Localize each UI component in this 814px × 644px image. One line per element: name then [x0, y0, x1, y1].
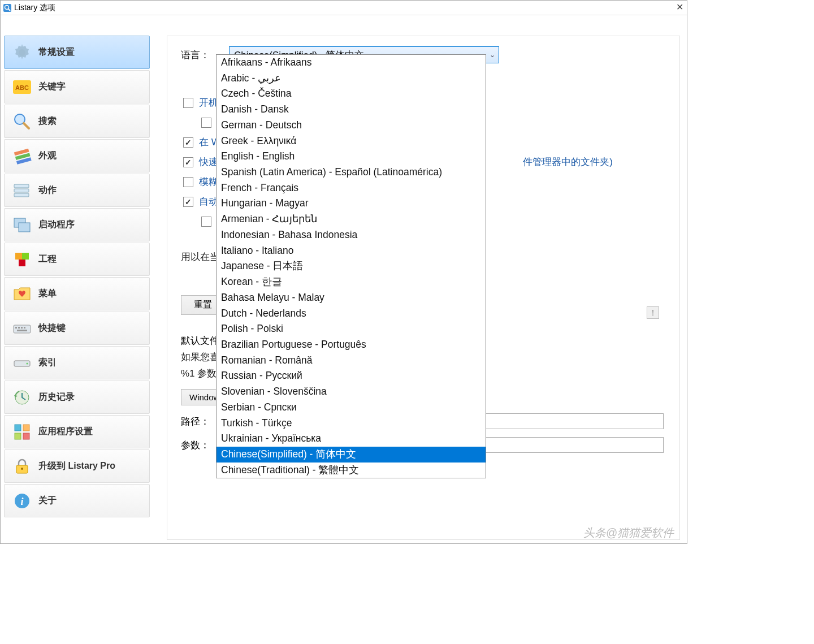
- sidebar-item-hotkeys[interactable]: 快捷键: [4, 312, 150, 345]
- svg-text:ABC: ABC: [15, 84, 29, 91]
- language-option[interactable]: Ukrainian - Українська: [217, 431, 486, 447]
- info-icon: i: [10, 489, 34, 513]
- language-option[interactable]: Turkish - Türkçe: [217, 416, 486, 431]
- svg-rect-31: [23, 433, 29, 439]
- abc-icon: ABC: [10, 75, 34, 99]
- svg-rect-28: [15, 425, 21, 431]
- svg-rect-13: [14, 193, 29, 197]
- sidebar-item-app-settings[interactable]: 应用程序设置: [4, 415, 150, 448]
- language-option[interactable]: French - Français: [217, 180, 486, 196]
- drive-icon: [10, 351, 34, 375]
- sidebar-item-label: 常规设置: [38, 46, 75, 58]
- sidebar-item-label: 关键字: [38, 81, 66, 93]
- keyboard-icon: [10, 317, 34, 340]
- svg-rect-12: [14, 189, 29, 192]
- sidebar-item-launcher[interactable]: 启动程序: [4, 208, 150, 241]
- svg-point-33: [21, 468, 23, 470]
- info-button[interactable]: !: [647, 306, 659, 319]
- close-button[interactable]: ✕: [676, 2, 683, 12]
- sidebar-item-label: 工程: [38, 253, 57, 265]
- checkbox-icon[interactable]: [183, 98, 193, 108]
- svg-rect-29: [23, 425, 29, 431]
- sidebar-item-index[interactable]: 索引: [4, 346, 150, 379]
- svg-rect-18: [19, 260, 25, 266]
- sidebar-item-label: 动作: [38, 184, 57, 196]
- language-option[interactable]: Brazilian Portuguese - Português: [217, 337, 486, 353]
- sidebar-item-label: 历史记录: [38, 391, 75, 403]
- svg-text:i: i: [20, 496, 23, 507]
- checkbox-icon[interactable]: [201, 118, 211, 128]
- sidebar-item-projects[interactable]: 工程: [4, 243, 150, 276]
- language-option[interactable]: Polish - Polski: [217, 321, 486, 337]
- sidebar-item-appearance[interactable]: 外观: [4, 139, 150, 172]
- sidebar-item-label: 快捷键: [38, 322, 66, 334]
- language-option[interactable]: Bahasa Melayu - Malay: [217, 290, 486, 306]
- sidebar-item-general[interactable]: 常规设置: [4, 36, 150, 69]
- language-option[interactable]: German - Deutsch: [217, 118, 486, 133]
- language-option[interactable]: Afrikaans - Afrikaans: [217, 55, 486, 71]
- language-option[interactable]: Indonesian - Bahasa Indonesia: [217, 227, 486, 243]
- language-option[interactable]: Italiano - Italiano: [217, 243, 486, 259]
- sidebar-item-label: 外观: [38, 150, 57, 162]
- watermark-text: 头条@猫猫爱软件: [583, 525, 674, 541]
- checkbox-icon[interactable]: [201, 217, 211, 227]
- gear-icon: [10, 41, 34, 64]
- language-dropdown[interactable]: Afrikaans - AfrikaansArabic - عربيCzech …: [216, 54, 486, 478]
- language-option[interactable]: Danish - Dansk: [217, 102, 486, 118]
- palette-icon: [10, 144, 34, 168]
- titlebar: Listary 选项 ✕: [1, 1, 687, 15]
- svg-line-7: [24, 123, 29, 128]
- svg-rect-20: [15, 327, 17, 329]
- titlebar-title: Listary 选项: [14, 3, 55, 13]
- checkbox-icon[interactable]: [183, 177, 193, 187]
- svg-rect-30: [15, 433, 21, 439]
- language-option[interactable]: Chinese(Traditional) - 繁體中文: [217, 463, 486, 478]
- sidebar-item-search[interactable]: 搜索: [4, 105, 150, 138]
- svg-rect-21: [18, 327, 20, 329]
- sidebar-item-history[interactable]: 历史记录: [4, 381, 150, 414]
- sidebar-item-label: 启动程序: [38, 219, 75, 231]
- sidebar: 常规设置 ABC 关键字 搜索 外观: [4, 19, 150, 540]
- checkbox-icon[interactable]: [183, 137, 193, 148]
- checkbox-icon[interactable]: [183, 157, 193, 167]
- sidebar-item-label: 菜单: [38, 288, 57, 300]
- svg-point-26: [27, 362, 28, 364]
- sidebar-item-label: 搜索: [38, 115, 57, 127]
- language-option[interactable]: Spanish (Latin America) - Español (Latin…: [217, 165, 486, 180]
- language-option[interactable]: Russian - Русский: [217, 368, 486, 384]
- sidebar-item-about[interactable]: i 关于: [4, 484, 150, 517]
- language-option[interactable]: Korean - 한글: [217, 274, 486, 290]
- svg-rect-22: [21, 327, 23, 329]
- magnifier-icon: [10, 110, 34, 133]
- content-area: 常规设置 ABC 关键字 搜索 外观: [1, 15, 687, 543]
- language-option[interactable]: Chinese(Simplified) - 简体中文: [217, 447, 486, 463]
- language-option[interactable]: Slovenian - Slovenščina: [217, 384, 486, 400]
- language-option[interactable]: Dutch - Nederlands: [217, 306, 486, 322]
- language-option[interactable]: Arabic - عربي: [217, 71, 486, 87]
- language-option[interactable]: Japanese - 日本語: [217, 258, 486, 274]
- svg-rect-16: [15, 253, 22, 260]
- language-option[interactable]: English - English: [217, 149, 486, 165]
- language-option[interactable]: Serbian - Српски: [217, 400, 486, 416]
- sidebar-item-menu[interactable]: 菜单: [4, 277, 150, 310]
- folder-heart-icon: [10, 282, 34, 306]
- language-option[interactable]: Armenian - Հայերեն: [217, 211, 486, 227]
- sidebar-item-keywords[interactable]: ABC 关键字: [4, 70, 150, 103]
- language-option[interactable]: Czech - Čeština: [217, 86, 486, 102]
- clock-icon: [10, 386, 34, 409]
- lock-icon: [10, 455, 34, 478]
- language-option[interactable]: Hungarian - Magyar: [217, 196, 486, 211]
- sidebar-item-actions[interactable]: 动作: [4, 174, 150, 207]
- svg-rect-17: [22, 253, 29, 260]
- blocks-icon: [10, 248, 34, 271]
- language-option[interactable]: Romanian - Română: [217, 353, 486, 369]
- checkbox-tail: 件管理器中的文件夹): [523, 155, 613, 168]
- language-option[interactable]: Greek - Ελληνικά: [217, 133, 486, 149]
- sidebar-item-label: 索引: [38, 357, 57, 369]
- windows-icon: [10, 213, 34, 237]
- list-icon: [10, 179, 34, 202]
- chevron-down-icon: ⌄: [490, 51, 495, 59]
- checkbox-icon[interactable]: [183, 197, 193, 207]
- svg-rect-11: [14, 184, 29, 188]
- sidebar-item-upgrade[interactable]: 升级到 Listary Pro: [4, 449, 150, 483]
